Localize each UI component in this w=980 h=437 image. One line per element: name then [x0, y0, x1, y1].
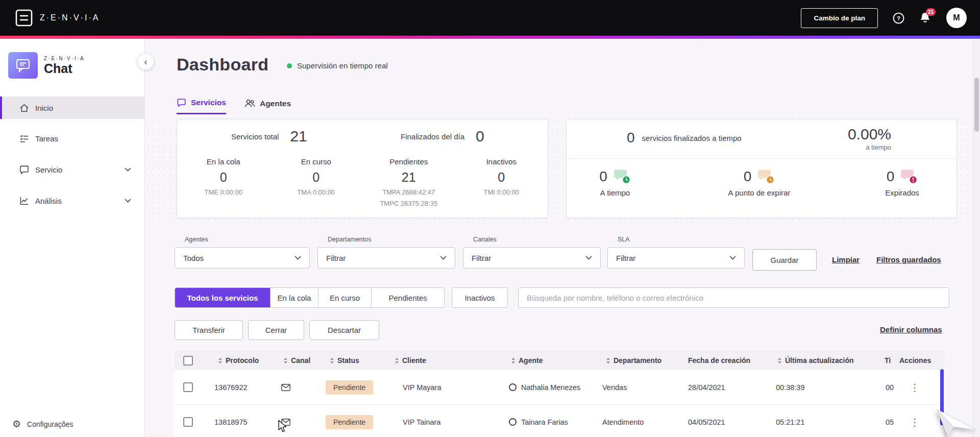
- tab-todos-los-servicios[interactable]: Todos los servicios: [175, 288, 270, 307]
- change-plan-button[interactable]: Cambio de plan: [801, 8, 878, 28]
- stat-value: 0: [455, 170, 548, 185]
- sidebar-footer-label: Configurações: [27, 420, 73, 428]
- tasks-icon: [19, 134, 30, 143]
- sidebar-item-tareas[interactable]: Tareas: [0, 127, 144, 150]
- stat-metric: TMI 0:00:00: [455, 188, 548, 196]
- sort-icon[interactable]: [330, 357, 334, 364]
- chevron-left-icon: ‹: [144, 56, 147, 67]
- stat-label: En curso: [270, 157, 363, 166]
- sla-stat-value: 0: [744, 168, 752, 185]
- filter-label: Departamentos: [328, 236, 455, 243]
- stat-metric: TMA 0:00:00: [270, 188, 363, 196]
- sort-icon[interactable]: [606, 357, 610, 364]
- sidebar-item-servicio[interactable]: Servicio: [0, 158, 144, 181]
- agentes-select[interactable]: Todos: [175, 247, 310, 269]
- sla-finished: 0 servicios finalizados a tiempo: [627, 130, 742, 146]
- sla-percent-label: a tiempo: [848, 143, 891, 151]
- column-label: Departamento: [614, 356, 662, 365]
- column-header-departamento[interactable]: Departamento: [606, 351, 662, 370]
- row-checkbox[interactable]: [183, 382, 193, 392]
- sort-icon[interactable]: [283, 357, 288, 364]
- page-title: Dashboard: [177, 55, 268, 75]
- canales-select[interactable]: Filtrar: [463, 247, 601, 269]
- kebab-menu-icon[interactable]: ⋮: [910, 370, 920, 405]
- save-filters-button[interactable]: Guardar: [752, 249, 817, 271]
- select-all-checkbox[interactable]: [183, 356, 193, 366]
- filter-sla: SLA Filtrar: [607, 236, 745, 269]
- sort-icon[interactable]: [218, 357, 223, 364]
- sidebar-item-analisis[interactable]: Análisis: [0, 189, 144, 212]
- sla-select[interactable]: Filtrar: [607, 247, 745, 269]
- column-header-canal[interactable]: Canal: [283, 351, 310, 370]
- realtime-status: Supervisión en tiempo real: [287, 61, 388, 70]
- table-row[interactable]: 13676922 Pendiente VIP Mayara Nathalia M…: [175, 370, 945, 405]
- column-header-cliente[interactable]: Cliente: [395, 351, 426, 370]
- stat-metric: [270, 200, 363, 200]
- services-total-label: Servicios total: [231, 132, 279, 141]
- transfer-button[interactable]: Transferir: [175, 320, 243, 340]
- notifications-bell-icon[interactable]: 21: [919, 12, 931, 24]
- sla-stat-label: Expirados: [855, 188, 949, 197]
- column-label: Canal: [291, 356, 310, 365]
- table-row[interactable]: 13818975 Pendiente VIP Tainara Tainara F…: [175, 405, 945, 437]
- cell-agent: Nathalia Menezes: [521, 370, 580, 405]
- sla-stat-expired: 0 Expirados: [855, 168, 949, 197]
- collapse-sidebar-button[interactable]: ‹: [137, 53, 154, 70]
- column-header-agente[interactable]: Agente: [511, 351, 543, 370]
- sidebar-item-label: Servicio: [35, 165, 62, 174]
- service-status-tabs: Todos los servicios En la cola En curso …: [175, 287, 445, 308]
- sidebar-item-inicio[interactable]: Inicio: [0, 96, 144, 119]
- tab-servicios[interactable]: Servicios: [177, 98, 226, 114]
- column-header-protocolo[interactable]: Protocolo: [218, 351, 259, 370]
- column-label: Acciones: [899, 356, 931, 365]
- column-header-tiempo[interactable]: Ti: [885, 351, 891, 370]
- chart-icon: [19, 196, 30, 206]
- define-columns-link[interactable]: Definir columnas: [880, 325, 942, 334]
- close-button[interactable]: Cerrar: [248, 320, 304, 340]
- sidebar-item-label: Análisis: [35, 197, 62, 205]
- cell-created: 28/04/2021: [688, 370, 725, 405]
- discard-button[interactable]: Descartar: [309, 320, 379, 340]
- row-checkbox[interactable]: [183, 417, 193, 427]
- user-avatar[interactable]: M: [946, 8, 967, 28]
- logo-brand-text: Z·E·N·V·I·A: [44, 56, 85, 61]
- column-header-fecha-creacion[interactable]: Fecha de creación: [688, 351, 750, 370]
- tab-en-la-cola[interactable]: En la cola: [270, 288, 318, 307]
- saved-filters-link[interactable]: Filtros guardados: [876, 255, 941, 264]
- sidebar-item-configuracoes[interactable]: ⚙ Configurações: [12, 418, 73, 430]
- tab-pendientes[interactable]: Pendientes: [371, 288, 444, 307]
- stat-label: Inactivos: [455, 157, 548, 166]
- stat-label: Pendientes: [362, 157, 455, 166]
- sla-stat-label: A punto de expirar: [712, 188, 806, 197]
- filter-agentes: Agentes Todos: [175, 236, 310, 269]
- departamentos-select[interactable]: Filtrar: [317, 247, 455, 269]
- clear-filters-link[interactable]: Limpiar: [832, 255, 860, 264]
- sort-icon[interactable]: [511, 357, 516, 364]
- chevron-down-icon: [440, 256, 447, 260]
- help-icon[interactable]: ?: [892, 12, 905, 25]
- sort-icon[interactable]: [395, 357, 399, 364]
- sort-icon[interactable]: [777, 357, 782, 364]
- column-header-ultima-actualizacion[interactable]: Última actualización: [777, 351, 854, 370]
- sla-finished-value: 0: [627, 130, 635, 146]
- agent-avatar-icon: [509, 418, 517, 426]
- chevron-down-icon: [125, 199, 131, 203]
- chevron-down-icon: [295, 256, 301, 260]
- tab-inactivos[interactable]: Inactivos: [452, 287, 508, 308]
- sla-stat-value: 0: [887, 168, 895, 185]
- zenvia-logo-icon: [15, 9, 33, 27]
- window-scrollbar[interactable]: [973, 39, 980, 437]
- gear-icon: ⚙: [12, 418, 21, 430]
- search-input[interactable]: [518, 287, 949, 308]
- table-header: Protocolo Canal Status Cliente Agente: [175, 351, 945, 370]
- kebab-menu-icon[interactable]: ⋮: [910, 405, 920, 437]
- scrollbar-thumb[interactable]: [974, 78, 979, 132]
- tab-agentes[interactable]: Agentes: [244, 98, 291, 114]
- column-label: Cliente: [402, 356, 426, 365]
- tab-en-curso[interactable]: En curso: [318, 288, 371, 307]
- column-header-status[interactable]: Status: [330, 351, 359, 370]
- sla-card: 0 servicios finalizados a tiempo 0.00% a…: [566, 119, 957, 218]
- column-label: Protocolo: [226, 356, 259, 365]
- chevron-down-icon: [729, 256, 736, 260]
- cell-updated: 00:38:39: [776, 370, 804, 405]
